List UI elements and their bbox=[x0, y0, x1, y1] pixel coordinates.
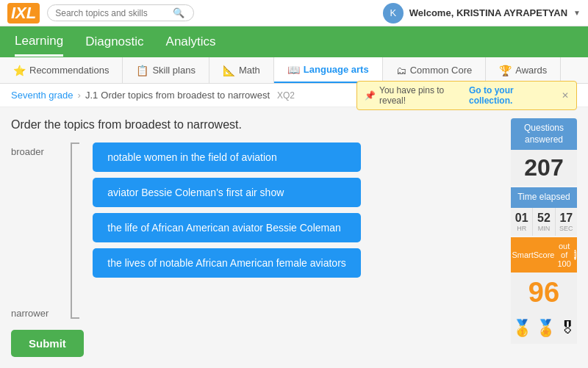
bracket-top bbox=[71, 142, 79, 144]
bracket-line bbox=[71, 142, 72, 319]
tab-common-core[interactable]: 🗂 Common Core bbox=[383, 57, 487, 83]
option-3[interactable]: the life of African American aviator Bes… bbox=[93, 213, 361, 242]
smart-score-box: SmartScore out of 100 i bbox=[511, 237, 577, 273]
time-sec-cell: 17 SEC bbox=[556, 208, 577, 236]
smart-score-out-of: out of 100 bbox=[557, 242, 570, 268]
nav-diagnostic[interactable]: Diagnostic bbox=[85, 29, 143, 55]
time-hr-cell: 01 HR bbox=[511, 208, 533, 236]
option-4[interactable]: the lives of notable African American fe… bbox=[93, 248, 361, 278]
tab-awards[interactable]: 🏆 Awards bbox=[486, 57, 561, 83]
time-min-label: MIN bbox=[534, 225, 553, 232]
user-greeting: Welcome, KRISTINA AYRAPETYAN bbox=[409, 7, 567, 18]
breadcrumb-grade[interactable]: Seventh grade bbox=[11, 90, 74, 101]
tab-language-arts[interactable]: 📖 Language arts bbox=[274, 57, 383, 83]
time-hr-value: 01 bbox=[512, 212, 531, 225]
breadcrumb-sep: › bbox=[78, 90, 81, 101]
notification-text: You have pins to reveal! bbox=[379, 85, 465, 106]
badges-row: 🥇 🏅 🎖 bbox=[511, 313, 577, 344]
bracket bbox=[60, 142, 82, 319]
questions-answered-value: 207 bbox=[511, 150, 577, 186]
questions-answered-label: Questions answered bbox=[517, 123, 571, 145]
submit-button[interactable]: Submit bbox=[11, 330, 84, 357]
smart-score-label: SmartScore bbox=[512, 250, 554, 259]
top-bar: IXL 🔍 K Welcome, KRISTINA AYRAPETYAN ▼ bbox=[0, 0, 588, 26]
smart-score-value: 96 bbox=[511, 273, 577, 313]
user-area: K Welcome, KRISTINA AYRAPETYAN ▼ bbox=[383, 3, 581, 24]
math-icon: 📐 bbox=[223, 65, 235, 76]
right-panel: Questions answered 207 Time elapsed 01 H… bbox=[511, 118, 577, 357]
breadcrumb-xq: XQ2 bbox=[277, 90, 295, 101]
time-row: 01 HR 52 MIN 17 SEC bbox=[511, 208, 577, 236]
common-core-icon: 🗂 bbox=[396, 65, 406, 76]
question-area: Order the topics from broadest to narrow… bbox=[11, 118, 500, 357]
option-2[interactable]: aviator Bessie Coleman's first air show bbox=[93, 178, 361, 207]
sub-nav: ⭐ Recommendations 📋 Skill plans 📐 Math 📖… bbox=[0, 57, 588, 84]
labels-col: broader narrower bbox=[11, 142, 49, 319]
search-icon: 🔍 bbox=[173, 7, 184, 18]
search-input[interactable] bbox=[55, 8, 173, 18]
recommendations-icon: ⭐ bbox=[13, 65, 26, 76]
bracket-bottom bbox=[71, 317, 79, 319]
skill-plans-icon: 📋 bbox=[136, 65, 148, 76]
notification-close[interactable]: ✕ bbox=[562, 90, 569, 101]
notification-banner: 📌 You have pins to reveal! Go to your co… bbox=[356, 81, 577, 110]
time-min-value: 52 bbox=[534, 212, 553, 225]
logo: IXL bbox=[7, 3, 40, 24]
nav-analytics[interactable]: Analytics bbox=[166, 29, 216, 55]
option-1[interactable]: notable women in the field of aviation bbox=[93, 142, 361, 172]
tab-math[interactable]: 📐 Math bbox=[209, 57, 274, 83]
time-hr-label: HR bbox=[512, 225, 531, 232]
notification-link[interactable]: Go to your collection. bbox=[469, 85, 552, 106]
badge-1-icon: 🥇 bbox=[512, 319, 532, 338]
breadcrumb: Seventh grade › J.1 Order topics from br… bbox=[0, 84, 588, 107]
time-sec-label: SEC bbox=[557, 225, 576, 232]
time-elapsed-label: Time elapsed bbox=[517, 192, 571, 203]
breadcrumb-skill-code: J.1 bbox=[85, 90, 98, 101]
badge-3-icon: 🎖 bbox=[559, 319, 576, 338]
tab-recommendations[interactable]: ⭐ Recommendations bbox=[0, 57, 123, 83]
language-arts-icon: 📖 bbox=[287, 64, 300, 76]
smart-score-info-icon[interactable]: i bbox=[574, 250, 576, 260]
ordering-container: broader narrower notable women in the fi… bbox=[11, 142, 500, 319]
question-instruction: Order the topics from broadest to narrow… bbox=[11, 118, 500, 131]
search-bar[interactable]: 🔍 bbox=[47, 4, 194, 21]
questions-answered-box: Questions answered bbox=[511, 118, 577, 150]
breadcrumb-skill-name: Order topics from broadest to narrowest bbox=[101, 90, 270, 101]
label-narrower: narrower bbox=[11, 308, 49, 319]
pin-icon: 📌 bbox=[365, 90, 376, 101]
avatar: K bbox=[383, 3, 404, 24]
label-broader: broader bbox=[11, 146, 49, 157]
main-content: Order the topics from broadest to narrow… bbox=[0, 107, 588, 368]
nav-bar: Learning Diagnostic Analytics bbox=[0, 26, 588, 57]
time-min-cell: 52 MIN bbox=[533, 208, 555, 236]
badge-2-icon: 🏅 bbox=[536, 319, 556, 338]
options-col: notable women in the field of aviation a… bbox=[93, 142, 361, 278]
tab-skill-plans[interactable]: 📋 Skill plans bbox=[123, 57, 209, 83]
awards-icon: 🏆 bbox=[499, 65, 512, 76]
user-dropdown-icon[interactable]: ▼ bbox=[573, 9, 581, 17]
nav-learning[interactable]: Learning bbox=[15, 28, 63, 57]
time-sec-value: 17 bbox=[557, 212, 576, 225]
time-elapsed-box: Time elapsed bbox=[511, 187, 577, 208]
